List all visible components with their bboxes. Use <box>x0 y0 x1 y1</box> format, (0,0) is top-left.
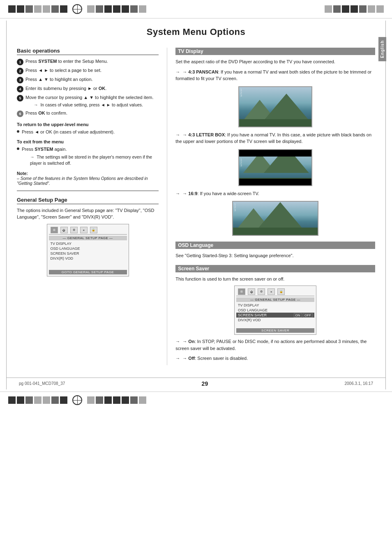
ss-menu-bottom: SCREEN SAVER <box>236 328 314 333</box>
ground-decoration <box>239 119 311 127</box>
section-divider <box>17 191 159 191</box>
steps-list: 1 Press SYSTEM to enter the Setup Menu. … <box>17 58 159 117</box>
menu-mockup-general: ⊞ ⏻ ⚙ ≡ 🔒 — GENERAL SETUP PAGE — TV DISP… <box>47 224 129 276</box>
ss-off-label: → Off <box>182 356 195 361</box>
ss-tv-display: TV DISPLAY <box>236 303 314 308</box>
menu-item-osd: OSD LANGUAGE <box>49 246 127 251</box>
exit-bullet <box>17 147 19 150</box>
ss-screen-saver: SCREEN SAVER ON OFF <box>236 313 314 318</box>
ss-on-btn: ON <box>294 313 302 318</box>
widescreen-text: → → 16:9: If you have a wide-screen TV. <box>175 190 375 197</box>
menu-icon-5: 🔒 <box>90 227 97 233</box>
ground-ws <box>233 228 318 235</box>
osd-header: OSD Language <box>175 242 375 249</box>
widescreen-label: → 16:9 <box>182 191 197 196</box>
ss-menu-icon-4: ≡ <box>267 288 275 295</box>
sq4 <box>34 5 42 13</box>
step-6: 6 Press OK to confirm. <box>17 110 159 117</box>
step-3: 3 Press ▲ ▼ to highlight an option. <box>17 76 159 83</box>
footer-left: pg 001-041_MCD708_37 <box>19 381 65 386</box>
tv-image-panscan: 123 <box>238 86 312 127</box>
top-bar-right-squares <box>87 5 146 13</box>
sq10 <box>104 5 112 13</box>
ss-on-desc: : In STOP, PAUSE or No DISC mode, if no … <box>175 339 367 351</box>
page-title: System Menu Options <box>7 21 385 44</box>
tv-display-section: TV Display Set the aspect ratio of the D… <box>175 48 375 236</box>
menu-item-tv: TV DISPLAY <box>49 241 127 246</box>
exit-header: To exit from the menu <box>17 139 159 144</box>
menu-bottom: GOTO GENERAL SETUP PAGE <box>49 270 127 274</box>
sq2 <box>17 5 24 13</box>
ss-menu-icon-3: ⚙ <box>258 288 265 295</box>
options-text: The options included in General Setup pa… <box>17 207 159 221</box>
tv-display-header: TV Display <box>175 48 375 55</box>
menu-icon-1: ⊞ <box>51 227 58 233</box>
top-crosshair-left <box>72 4 82 14</box>
ss-menu-icon-1: ⊞ <box>238 288 245 295</box>
exit-list: Press SYSTEM again. → The settings will … <box>17 146 159 166</box>
return-header: To return to the upper-level menu <box>17 122 159 127</box>
step-3-badge: 3 <box>17 77 23 83</box>
mountain2-lb <box>264 149 309 173</box>
ss-divx: DIVX(R) VOD <box>236 318 314 322</box>
mountain2-ws <box>258 202 303 229</box>
menu-icon-3: ⚙ <box>70 227 78 233</box>
menu-item-screen: SCREEN SAVER <box>49 251 127 256</box>
return-list: Press ◄ or OK (in cases of value adjustm… <box>17 129 159 135</box>
panscan-label: → 4:3 PANSCAN <box>182 69 218 74</box>
top-bar-left-squares <box>8 5 67 13</box>
letterbox-text: → → 4:3 LETTER BOX: If you have a normal… <box>175 131 375 145</box>
exit-text: Press SYSTEM again. <box>22 146 159 152</box>
exit-note: → The settings will be stored in the pla… <box>30 154 159 166</box>
return-item: Press ◄ or OK (in cases of value adjustm… <box>17 129 159 135</box>
menu-mockup-screensaver: ⊞ ⏻ ⚙ ≡ 🔒 — GENERAL SETUP PAGE — TV DISP… <box>234 286 316 335</box>
menu-label: — GENERAL SETUP PAGE — <box>49 236 127 240</box>
bottom-crosshair-left <box>72 395 82 405</box>
left-column: Basic operations 1 Press SYSTEM to enter… <box>17 48 167 365</box>
bottom-bar-left <box>8 396 67 404</box>
step-2-text: Press ◄ ► to select a page to be set. <box>25 67 101 74</box>
right-column: TV Display Set the aspect ratio of the D… <box>167 48 375 365</box>
page-frame: English System Menu Options Basic operat… <box>6 21 386 389</box>
exit-item: Press SYSTEM again. → The settings will … <box>17 146 159 166</box>
page-number: 29 <box>202 380 208 387</box>
sq13 <box>130 5 138 13</box>
general-setup-section: General Setup Page The options included … <box>17 197 159 276</box>
ss-on-label: → On <box>182 339 194 344</box>
step-5-note: → In cases of value setting, press ◄ ► t… <box>34 102 154 108</box>
screensaver-menu-icons: ⊞ ⏻ ⚙ ≡ 🔒 <box>236 288 314 296</box>
sq6 <box>51 5 59 13</box>
general-setup-header: General Setup Page <box>17 197 159 204</box>
sq3 <box>25 5 33 13</box>
step-5-badge: 5 <box>17 95 23 101</box>
english-tab: English <box>378 37 386 61</box>
screensaver-header: Screen Saver <box>175 265 375 272</box>
ss-on-text: → → On: In STOP, PAUSE or No DISC mode, … <box>175 338 375 352</box>
sq11 <box>113 5 120 13</box>
ss-off-desc: : Screen saver is disabled. <box>195 356 248 361</box>
return-text: Press ◄ or OK (in cases of value adjustm… <box>22 129 115 135</box>
menu-item-divx: DIVX(R) VOD <box>49 256 127 261</box>
panscan-text: → → 4:3 PANSCAN: If you have a normal TV… <box>175 69 375 82</box>
return-bullet <box>17 130 19 133</box>
step-3-text: Press ▲ ▼ to highlight an option. <box>25 76 93 83</box>
page-footer: pg 001-041_MCD708_37 29 2006.3.1, 16:17 <box>7 378 385 389</box>
ss-onoff: ON OFF <box>294 313 313 317</box>
step-6-badge: 6 <box>17 111 23 117</box>
tv-image-letterbox: 123 <box>238 149 312 186</box>
bottom-bar-right <box>87 396 146 404</box>
step-1: 1 Press SYSTEM to enter the Setup Menu. <box>17 58 159 65</box>
step-1-text: Press SYSTEM to enter the Setup Menu. <box>25 58 108 64</box>
page-content: Basic operations 1 Press SYSTEM to enter… <box>7 44 385 373</box>
basic-operations-header: Basic operations <box>17 48 159 55</box>
widescreen-desc: : If you have a wide-screen TV. <box>197 191 259 196</box>
sq8 <box>87 5 95 13</box>
ss-off-btn: OFF <box>303 313 313 318</box>
ground-lb <box>239 178 311 185</box>
ss-off-text: → → Off: Screen saver is disabled. <box>175 355 375 362</box>
mountain2-decoration <box>264 94 309 120</box>
step-6-text: Press OK to confirm. <box>25 110 67 116</box>
sq9 <box>96 5 103 13</box>
footer-right: 2006.3.1, 16:17 <box>344 381 373 386</box>
step-1-badge: 1 <box>17 59 23 65</box>
